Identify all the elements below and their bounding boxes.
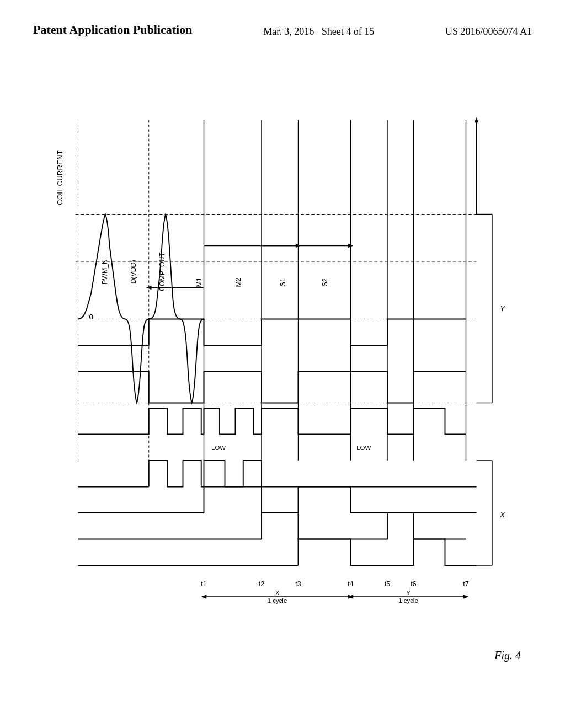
figure-label: Fig. 4 bbox=[494, 649, 521, 662]
comp-out-signal bbox=[78, 408, 466, 435]
time-t3: t3 bbox=[295, 580, 301, 588]
cycle-x-label-x: X bbox=[275, 590, 280, 596]
cycle-y-label-y: Y bbox=[406, 590, 411, 596]
signal-label-dvdd: D(VDD) bbox=[130, 260, 137, 283]
pwm-n-signal-2 bbox=[351, 372, 466, 403]
signal-label-pwm-n: PWM_N bbox=[101, 259, 109, 285]
time-t2: t2 bbox=[259, 580, 264, 588]
coil-current-wave-2 bbox=[149, 215, 204, 403]
pwm-n-signal bbox=[78, 372, 351, 403]
time-t6: t6 bbox=[411, 580, 416, 588]
signal-label-m1: M1 bbox=[195, 277, 203, 287]
time-t4: t4 bbox=[348, 580, 353, 588]
cycle-x-arrow-left bbox=[201, 595, 207, 599]
s2-signal bbox=[299, 539, 477, 566]
time-t1: t1 bbox=[201, 580, 206, 588]
cycle-y-arrow-right bbox=[463, 595, 469, 599]
signal-label-zero: 0 bbox=[89, 313, 93, 321]
x-marker: X bbox=[499, 511, 505, 519]
time-t5: t5 bbox=[385, 580, 390, 588]
coil-current-wave-1 bbox=[78, 215, 149, 403]
timing-diagram: COIL CURRENT 0 PWM_N D(VDD) COMP_OUT M1 … bbox=[33, 94, 532, 618]
m1-signal bbox=[149, 461, 299, 487]
signal-label-m2: M2 bbox=[234, 277, 242, 287]
s1-signal bbox=[262, 513, 466, 539]
signal-label-s2: S2 bbox=[321, 278, 329, 286]
cycle-y-label: 1 cycle bbox=[398, 597, 418, 604]
low-label-2: LOW bbox=[356, 445, 371, 451]
time-t7: t7 bbox=[463, 580, 468, 588]
y-marker: Y bbox=[500, 304, 505, 313]
publication-title: Patent Application Publication bbox=[33, 22, 192, 38]
page-header: Patent Application Publication Mar. 3, 2… bbox=[0, 0, 565, 39]
low-label-1: LOW bbox=[211, 445, 226, 451]
publication-number: US 2016/0065074 A1 bbox=[445, 22, 532, 39]
cycle-x-label: 1 cycle bbox=[268, 597, 287, 604]
dvdd-signal bbox=[78, 319, 466, 346]
signal-label-s1: S1 bbox=[279, 278, 287, 286]
main-arrow-head bbox=[475, 117, 479, 123]
m2-signal bbox=[204, 487, 351, 513]
signal-label-coil-current: COIL CURRENT bbox=[56, 150, 64, 205]
timing-diagram-svg: COIL CURRENT 0 PWM_N D(VDD) COMP_OUT M1 … bbox=[33, 94, 532, 618]
publication-date-sheet: Mar. 3, 2016 Sheet 4 of 15 bbox=[263, 22, 374, 39]
